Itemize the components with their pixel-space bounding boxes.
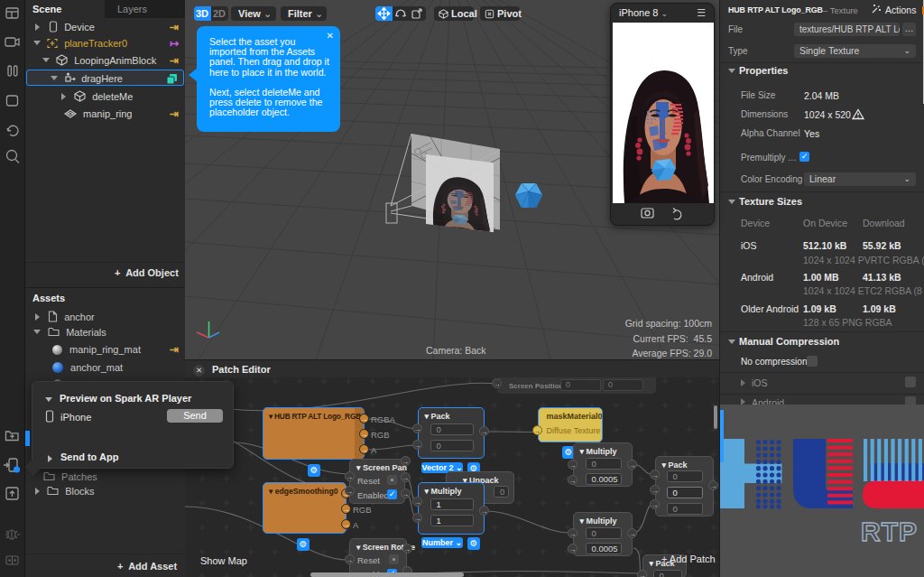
svg-text:RTP: RTP xyxy=(861,517,918,546)
